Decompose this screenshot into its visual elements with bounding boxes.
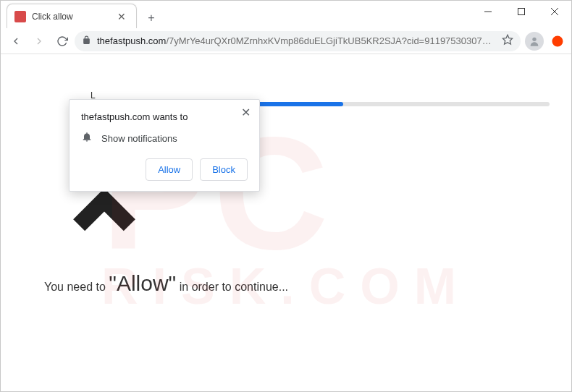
minimize-button[interactable] (471, 1, 505, 22)
instruction-pre: You need to (44, 281, 109, 293)
browser-tab[interactable]: Click allow ✕ (7, 4, 137, 28)
omnibox[interactable]: thefastpush.com/7yMrYe4urQXr0MZrnhxKVmp8… (75, 31, 521, 51)
instruction-post: in order to continue... (176, 281, 288, 293)
forward-button[interactable] (28, 30, 50, 52)
person-icon (529, 35, 540, 47)
allow-button[interactable]: Allow (146, 158, 193, 181)
svg-rect-1 (518, 9, 525, 15)
maximize-button[interactable] (505, 1, 538, 22)
dialog-close-button[interactable]: ✕ (238, 104, 253, 121)
instruction-text: You need to "Allow" in order to continue… (44, 271, 288, 296)
url-text: thefastpush.com/7yMrYe4urQXr0MZrnhxKVmp8… (97, 35, 496, 46)
dialog-title: thefastpush.com wants to (81, 111, 248, 122)
svg-point-5 (532, 37, 536, 41)
bookmark-star-icon[interactable] (502, 34, 513, 48)
back-button[interactable] (5, 30, 27, 52)
titlebar: Click allow ✕ + (1, 1, 571, 28)
notification-permission-dialog: ✕ thefastpush.com wants to Show notifica… (69, 99, 260, 192)
url-host: thefastpush.com (97, 35, 166, 46)
tab-title: Click allow (32, 12, 114, 22)
minimize-icon (484, 8, 492, 15)
maximize-icon (518, 8, 525, 15)
plus-icon: + (148, 12, 154, 25)
permission-option-label: Show notifications (101, 133, 177, 144)
profile-avatar[interactable] (525, 32, 544, 51)
arrow-left-icon (10, 35, 22, 47)
window-controls (471, 1, 571, 22)
reload-button[interactable] (51, 30, 73, 52)
extension-icon[interactable] (548, 32, 567, 51)
close-icon (551, 8, 558, 15)
page-content: PC RISK.COM L You need to "Allow" in ord… (1, 54, 571, 391)
lock-icon (82, 35, 91, 48)
block-button[interactable]: Block (200, 158, 248, 181)
svg-marker-4 (502, 35, 512, 44)
shield-icon (551, 35, 564, 48)
address-bar: thefastpush.com/7yMrYe4urQXr0MZrnhxKVmp8… (1, 28, 571, 54)
close-window-button[interactable] (538, 1, 571, 22)
url-path: /7yMrYe4urQXr0MZrnhxKVmp86duELGjiTkUB5KR… (166, 35, 496, 46)
tab-close-icon[interactable]: ✕ (114, 11, 129, 22)
svg-point-6 (552, 35, 563, 46)
instruction-emphasis: "Allow" (109, 271, 176, 295)
arrow-right-icon (33, 35, 45, 47)
reload-icon (56, 35, 68, 47)
bell-icon (81, 131, 93, 145)
tab-favicon (14, 11, 26, 22)
new-tab-button[interactable]: + (141, 8, 161, 28)
